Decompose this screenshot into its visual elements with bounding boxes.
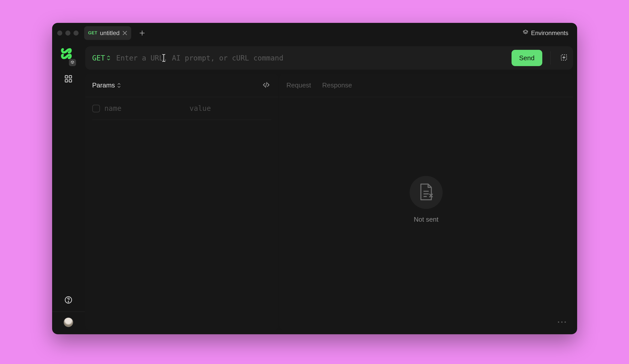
svg-point-5	[68, 301, 69, 302]
app-logo	[61, 48, 76, 66]
empty-state: Not sent	[279, 69, 573, 330]
svg-rect-2	[65, 80, 68, 82]
environments-label: Environments	[531, 29, 568, 37]
tab-title: untitled	[100, 29, 119, 37]
minimize-window-icon[interactable]	[65, 31, 70, 36]
code-icon	[262, 81, 270, 90]
send-button[interactable]: Send	[512, 50, 542, 66]
close-window-icon[interactable]	[57, 31, 62, 36]
workspace-badge-icon[interactable]	[69, 59, 76, 66]
divider	[550, 51, 551, 65]
panels: Params	[85, 74, 573, 330]
response-panel: Request Response Not sent	[279, 74, 573, 330]
param-row	[92, 97, 271, 120]
empty-state-message: Not sent	[414, 216, 439, 223]
http-method-select[interactable]: GET	[92, 54, 112, 62]
param-enabled-checkbox[interactable]	[92, 105, 100, 112]
environments-button[interactable]: Environments	[519, 27, 572, 39]
request-section-dropdown[interactable]: Params	[92, 81, 121, 89]
param-value-input[interactable]	[189, 104, 270, 113]
svg-point-9	[564, 321, 566, 323]
request-editor-panel: Params	[85, 74, 278, 330]
url-bar: GET Send	[85, 46, 573, 70]
dropdown-label: Params	[92, 81, 115, 89]
save-request-button[interactable]	[558, 52, 570, 64]
grid-icon	[64, 74, 73, 84]
request-tab[interactable]: GET untitled	[84, 26, 131, 40]
add-tab-button[interactable]	[135, 26, 149, 40]
user-avatar[interactable]	[64, 317, 73, 327]
code-view-button[interactable]	[261, 80, 271, 90]
svg-point-7	[558, 321, 559, 323]
svg-point-8	[561, 321, 562, 323]
main-column: GET Send	[85, 43, 577, 334]
save-icon	[560, 53, 568, 63]
param-name-input[interactable]	[104, 104, 185, 113]
maximize-window-icon[interactable]	[73, 31, 79, 36]
tab-method-badge: GET	[88, 31, 97, 36]
collections-button[interactable]	[62, 73, 74, 85]
help-icon	[64, 296, 73, 305]
svg-rect-1	[69, 75, 72, 78]
more-options-button[interactable]	[556, 318, 567, 326]
close-tab-icon[interactable]	[122, 30, 128, 36]
select-chevron-icon	[117, 83, 121, 88]
app-window: GET untitled Environments	[52, 23, 577, 334]
empty-state-icon-container	[410, 176, 443, 209]
layers-icon	[522, 29, 529, 37]
http-method-label: GET	[92, 54, 105, 62]
body: GET Send	[52, 43, 577, 334]
url-input[interactable]	[116, 54, 507, 62]
svg-rect-0	[65, 75, 68, 78]
window-controls	[57, 31, 79, 36]
sidebar	[52, 43, 85, 334]
titlebar: GET untitled Environments	[52, 23, 577, 43]
help-button[interactable]	[62, 294, 74, 307]
panel-header: Params	[85, 74, 278, 97]
document-icon	[418, 183, 434, 202]
divider	[52, 312, 85, 312]
svg-rect-3	[69, 80, 72, 82]
select-chevron-icon	[107, 56, 110, 60]
more-horizontal-icon	[557, 320, 566, 324]
